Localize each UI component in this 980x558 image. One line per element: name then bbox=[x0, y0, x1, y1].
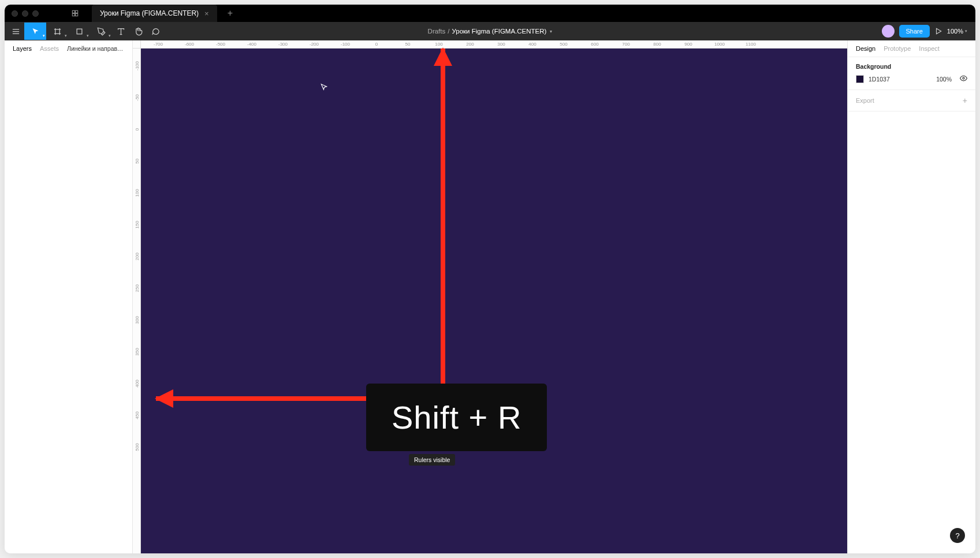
left-panel: Layers Assets Линейки и направляющие (вк… bbox=[5, 40, 133, 553]
ruler-tick: 100 bbox=[435, 42, 442, 47]
page-selector[interactable]: Линейки и направляющие (включе... bbox=[67, 45, 124, 52]
ruler-tick: 400 bbox=[528, 42, 536, 47]
annotation-arrow-vertical bbox=[441, 49, 445, 398]
chevron-down-icon: ▾ bbox=[87, 34, 89, 38]
tab-assets[interactable]: Assets bbox=[40, 45, 59, 52]
left-panel-tabs: Layers Assets Линейки и направляющие (вк… bbox=[5, 40, 132, 57]
svg-rect-0 bbox=[72, 10, 74, 13]
zoom-control[interactable]: 100% ▾ bbox=[947, 28, 967, 35]
ruler-tick: 1000 bbox=[714, 42, 725, 47]
traffic-lights[interactable] bbox=[12, 10, 39, 17]
svg-rect-1 bbox=[76, 10, 78, 13]
frame-tool[interactable]: ▾ bbox=[46, 23, 68, 40]
ruler-tick: 700 bbox=[622, 42, 629, 47]
ruler-tick: -400 bbox=[247, 42, 256, 47]
svg-point-15 bbox=[963, 77, 964, 79]
close-window-icon[interactable] bbox=[12, 10, 18, 17]
ruler-tick: -100 bbox=[341, 42, 350, 47]
ruler-horizontal[interactable]: -700-600-500-400-300-200-100050100200300… bbox=[141, 40, 847, 49]
main-menu-button[interactable] bbox=[7, 23, 24, 40]
breadcrumb-current[interactable]: Уроки Figma (FIGMA.CENTER) bbox=[452, 28, 546, 35]
ruler-tick: 900 bbox=[684, 42, 692, 47]
help-button[interactable]: ? bbox=[950, 528, 965, 543]
user-avatar[interactable] bbox=[882, 25, 895, 38]
svg-marker-14 bbox=[936, 28, 941, 34]
ruler-tick: 400 bbox=[135, 380, 140, 387]
right-panel-tabs: Design Prototype Inspect bbox=[848, 40, 975, 57]
ruler-tick: 500 bbox=[135, 443, 140, 451]
hand-tool[interactable] bbox=[129, 23, 147, 40]
tab-title: Уроки Figma (FIGMA.CENTER) bbox=[100, 9, 199, 17]
tab-design[interactable]: Design bbox=[856, 45, 875, 52]
ruler-tick: 450 bbox=[135, 411, 140, 419]
shape-tool[interactable]: ▾ bbox=[68, 23, 90, 40]
ruler-tick: 600 bbox=[591, 42, 598, 47]
color-swatch[interactable] bbox=[856, 75, 864, 83]
move-tool[interactable]: ▾ bbox=[24, 23, 46, 40]
ruler-tick: 150 bbox=[135, 221, 140, 228]
ruler-tick: 300 bbox=[135, 316, 140, 323]
minimize-window-icon[interactable] bbox=[22, 10, 28, 17]
chevron-down-icon: ▾ bbox=[109, 34, 111, 38]
ruler-tick: 350 bbox=[135, 348, 140, 355]
toolbar-right: Share 100% ▾ bbox=[882, 25, 974, 38]
ruler-tick: -300 bbox=[278, 42, 288, 47]
export-section: Export + bbox=[848, 90, 975, 111]
ruler-tick: 250 bbox=[135, 284, 140, 292]
text-tool[interactable] bbox=[112, 23, 129, 40]
chevron-down-icon[interactable]: ▾ bbox=[550, 29, 552, 34]
new-tab-button[interactable]: + bbox=[228, 8, 233, 18]
chevron-down-icon: ▾ bbox=[65, 34, 67, 38]
ruler-tick: 0 bbox=[135, 128, 140, 131]
cursor-icon bbox=[320, 83, 328, 94]
export-label: Export bbox=[856, 97, 874, 104]
tab-inspect[interactable]: Inspect bbox=[919, 45, 939, 52]
ruler-tick: 1100 bbox=[746, 42, 756, 47]
background-hex[interactable]: 1D1037 bbox=[869, 76, 931, 83]
home-icon[interactable] bbox=[71, 9, 79, 17]
ruler-tick: 500 bbox=[560, 42, 567, 47]
ruler-tick: 50 bbox=[135, 159, 140, 164]
document-tab[interactable]: Уроки Figma (FIGMA.CENTER) × bbox=[92, 5, 217, 22]
ruler-tick: -700 bbox=[154, 42, 163, 47]
visibility-toggle-icon[interactable] bbox=[960, 75, 967, 84]
background-section: Background 1D1037 100% bbox=[848, 57, 975, 90]
toolbar: ▾ ▾ ▾ ▾ Drafts / Уроки Figma (FIGMA.CENT… bbox=[5, 22, 975, 40]
present-icon[interactable] bbox=[934, 27, 942, 35]
figma-window: Уроки Figma (FIGMA.CENTER) × + ▾ ▾ ▾ ▾ bbox=[5, 5, 975, 553]
add-export-button[interactable]: + bbox=[963, 96, 967, 105]
ruler-tick: -50 bbox=[135, 94, 140, 101]
tooltip: Rulers visible bbox=[409, 454, 455, 466]
breadcrumb-root[interactable]: Drafts bbox=[428, 28, 446, 35]
ruler-vertical[interactable]: -100-50050100150200250300350400450500 bbox=[133, 49, 141, 553]
annotation-arrow-horizontal bbox=[156, 396, 375, 401]
ruler-tick: 100 bbox=[135, 189, 140, 196]
pen-tool[interactable]: ▾ bbox=[90, 23, 112, 40]
maximize-window-icon[interactable] bbox=[32, 10, 39, 17]
tab-prototype[interactable]: Prototype bbox=[884, 45, 911, 52]
chevron-down-icon: ▾ bbox=[43, 34, 45, 38]
tab-layers[interactable]: Layers bbox=[13, 45, 32, 52]
background-title: Background bbox=[856, 63, 967, 70]
ruler-tick: 800 bbox=[653, 42, 661, 47]
svg-rect-3 bbox=[76, 14, 78, 16]
shortcut-callout: Shift + R bbox=[366, 384, 547, 451]
titlebar: Уроки Figma (FIGMA.CENTER) × + bbox=[5, 5, 975, 22]
canvas[interactable] bbox=[141, 49, 847, 553]
ruler-tick: 200 bbox=[466, 42, 474, 47]
share-button[interactable]: Share bbox=[899, 25, 930, 38]
background-opacity[interactable]: 100% bbox=[936, 76, 952, 83]
zoom-value: 100% bbox=[947, 28, 963, 35]
canvas-area: -700-600-500-400-300-200-100050100200300… bbox=[133, 40, 847, 553]
chevron-down-icon: ▾ bbox=[965, 29, 967, 34]
close-tab-icon[interactable]: × bbox=[204, 9, 209, 18]
svg-rect-2 bbox=[72, 14, 74, 16]
breadcrumb[interactable]: Drafts / Уроки Figma (FIGMA.CENTER) ▾ bbox=[428, 28, 553, 35]
ruler-tick: -200 bbox=[310, 42, 319, 47]
ruler-tick: -500 bbox=[216, 42, 225, 47]
comment-tool[interactable] bbox=[147, 23, 164, 40]
ruler-tick: 300 bbox=[497, 42, 505, 47]
background-row[interactable]: 1D1037 100% bbox=[856, 75, 967, 84]
ruler-tick: 0 bbox=[375, 42, 378, 47]
ruler-corner bbox=[133, 40, 141, 49]
